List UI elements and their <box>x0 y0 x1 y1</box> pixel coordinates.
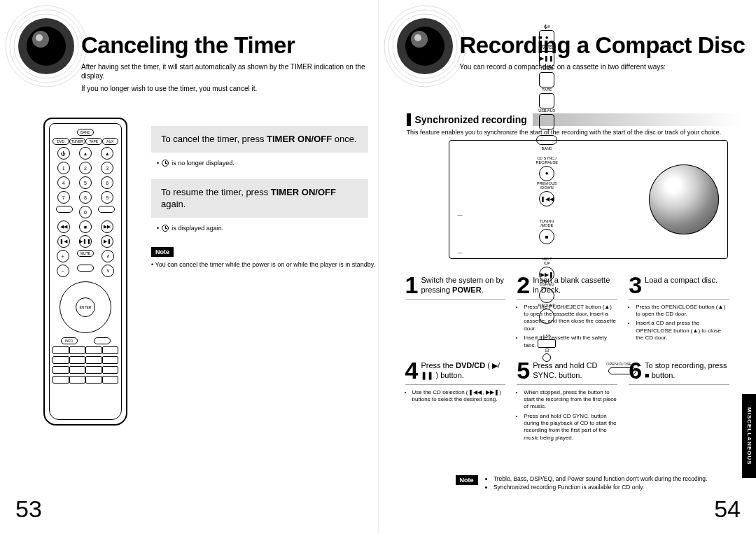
s5-pre: Press and hold CD SYNC. button. <box>533 361 597 379</box>
box1-bold: TIMER ON/OFF <box>267 134 332 144</box>
box1-pre: To cancel the timer, press <box>161 134 267 144</box>
s6-pre: To stop recording, press ■ button. <box>645 361 727 379</box>
s2-b1: Insert the cassette with the safety tabs… <box>524 335 617 349</box>
usbaux-button <box>539 114 554 129</box>
step-num-5: 5 <box>517 360 530 381</box>
s2-pre: Insert a blank cassette in Deck. <box>533 276 610 294</box>
band-label: BAND <box>542 146 552 150</box>
band-button <box>536 135 557 145</box>
cdsync-button: ● <box>539 166 554 181</box>
note1-text: is no longer displayed. <box>172 160 234 167</box>
steps-grid: 1 Switch the system on by pressing POWER… <box>400 270 736 448</box>
page-right: Recording a Compact Disc You can record … <box>379 0 757 534</box>
box2-pre: To resume the timer, press <box>161 187 271 197</box>
volume-knob <box>649 164 719 234</box>
stop-button: ■ <box>539 229 554 244</box>
box1-post: once. <box>332 134 356 144</box>
step-4: 4 Press the DVD/CD ( ▶/❚❚ ) button. Use … <box>400 356 512 448</box>
down-lbl: /DOWN <box>540 185 554 190</box>
box2-post: again. <box>161 199 186 209</box>
prev-button: ❚◀◀ <box>539 191 554 206</box>
step-5: 5 Press and hold CD SYNC. button. When s… <box>511 356 623 448</box>
page-number-left: 53 <box>15 496 42 523</box>
title-left: Canceling the Timer <box>81 32 371 59</box>
intro-left-2: If you no longer wish to use the timer, … <box>81 85 368 94</box>
power-button: ● <box>539 30 554 45</box>
bnote-1: Synchronized recording Function is avail… <box>493 484 708 492</box>
tuner-button <box>539 72 554 87</box>
section-tab: MISCELLANEOUS <box>742 394 756 478</box>
remote-illustration: BAND DVDTUNERTAPEAUX ⏻▲▲ 123 456 789 0 ◀… <box>43 118 127 426</box>
cancel-timer-box: To cancel the timer, press TIMER ON/OFF … <box>151 126 368 153</box>
usbaux-label: USB/AUX <box>538 108 555 113</box>
svg-point-13 <box>414 34 421 41</box>
dvdcd-label: DVD/CD <box>540 45 554 50</box>
step-2: 2 Insert a blank cassette in Deck. Press… <box>511 270 623 356</box>
step-6: 6 To stop recording, press ■ button. <box>623 356 735 448</box>
tuner-label: TUNER <box>540 66 554 71</box>
step-num-4: 4 <box>405 360 419 381</box>
s1-post: . <box>482 286 484 294</box>
heading-left: Canceling the Timer After having set the… <box>81 32 371 94</box>
s3-b0: Press the OPEN/CLOSE button (▲) to open … <box>636 304 729 318</box>
power-label: ⏻/I <box>544 24 550 29</box>
s4-bold: DVD/CD <box>456 361 485 370</box>
page-number-right: 54 <box>714 496 741 523</box>
speaker-graphic-right <box>383 4 467 88</box>
s4-b0: Use the CD selection (❚◀◀ , ▶▶❚) buttons… <box>412 389 506 404</box>
s5-b1: Press and hold CD SYNC. button during th… <box>524 413 617 442</box>
resume-timer-box: To resume the timer, press TIMER ON/OFF … <box>151 179 368 218</box>
svg-point-4 <box>27 27 66 66</box>
s2-b0: Press the PUSH/EJECT button (▲) to open … <box>524 304 617 333</box>
step-num-6: 6 <box>629 360 642 381</box>
clock-icon <box>162 225 169 232</box>
clock-icon <box>162 160 169 167</box>
step-num-2: 2 <box>517 274 530 296</box>
speaker-graphic-left <box>4 4 88 88</box>
page-left: Canceling the Timer After having set the… <box>0 0 379 534</box>
bnote-0: Treble, Bass, DSP/EQ, and Power sound fu… <box>493 475 708 484</box>
recpause-lbl: REC/PAUSE <box>536 160 558 164</box>
note-badge-left: Note <box>151 247 174 257</box>
mode-lbl: /MODE <box>540 223 553 227</box>
accent-bar <box>407 113 411 126</box>
s1-bold: POWER <box>452 286 482 294</box>
bottom-notes: Note Treble, Bass, DSP/EQ, and Power sou… <box>456 475 715 492</box>
step-1: 1 Switch the system on by pressing POWER… <box>400 270 512 356</box>
step-3: 3 Load a compact disc. Press the OPEN/CL… <box>623 270 735 356</box>
up-lbl: /UP <box>544 261 550 265</box>
dvdcd-button: ▶❚❚ <box>539 51 554 66</box>
step-num-1: 1 <box>405 274 419 296</box>
note2-text: is displayed again. <box>172 225 223 232</box>
s4-pre: Press the <box>421 361 456 370</box>
tape-button <box>539 93 554 108</box>
s5-b0: When stopped, press the button to start … <box>524 389 617 411</box>
stereo-panel-illustration: ⏻/I● DVD/CD▶❚❚ TUNER TAPE USB/AUX BAND C… <box>449 140 729 259</box>
box2-bold: TIMER ON/OFF <box>271 187 336 197</box>
intro-left-1: After having set the timer, it will star… <box>81 63 368 80</box>
clock-note-2: • is displayed again. <box>157 225 375 232</box>
s3-pre: Load a compact disc. <box>645 276 718 284</box>
svg-point-6 <box>36 34 43 41</box>
tape-label: TAPE <box>542 87 552 92</box>
step-num-3: 3 <box>629 274 642 296</box>
note-body-left: You can cancel the timer while the power… <box>155 261 376 268</box>
note-badge-right: Note <box>456 475 478 485</box>
instructions-left: To cancel the timer, press TIMER ON/OFF … <box>151 126 375 268</box>
svg-point-11 <box>405 27 444 66</box>
s3-b1: Insert a CD and press the OPEN/CLOSE but… <box>636 320 729 342</box>
clock-note-1: • is no longer displayed. <box>157 160 375 167</box>
note-block-left: Note • You can cancel the timer while th… <box>151 244 375 268</box>
